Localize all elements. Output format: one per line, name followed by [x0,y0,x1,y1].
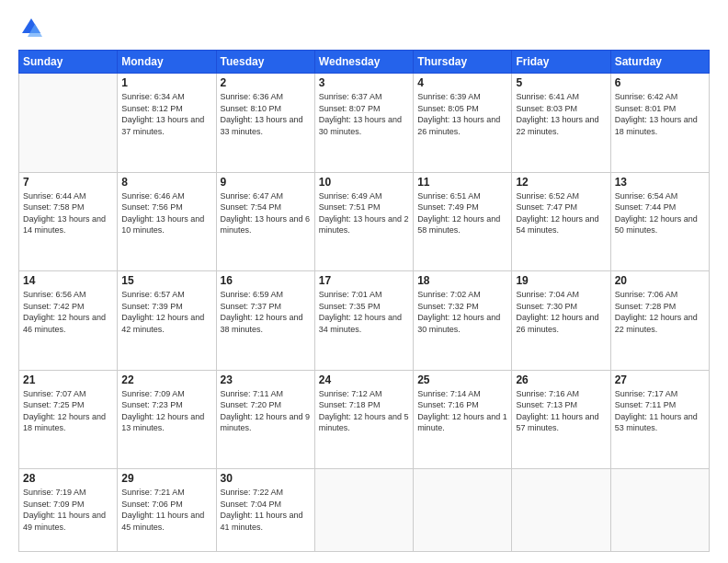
calendar-cell [19,74,118,173]
calendar-cell: 20Sunrise: 7:06 AMSunset: 7:28 PMDayligh… [610,271,709,371]
calendar-cell: 18Sunrise: 7:02 AMSunset: 7:32 PMDayligh… [414,271,512,371]
day-number: 6 [615,76,705,89]
calendar-cell: 4Sunrise: 6:39 AMSunset: 8:05 PMDaylight… [414,74,512,173]
day-info: Sunrise: 7:09 AMSunset: 7:23 PMDaylight:… [121,388,211,434]
calendar-cell [414,469,512,552]
day-info: Sunrise: 7:19 AMSunset: 7:09 PMDaylight:… [23,487,113,533]
calendar-cell: 13Sunrise: 6:54 AMSunset: 7:44 PMDayligh… [610,172,709,271]
calendar-cell: 3Sunrise: 6:37 AMSunset: 8:07 PMDaylight… [314,74,413,173]
calendar-cell: 16Sunrise: 6:59 AMSunset: 7:37 PMDayligh… [216,271,314,371]
logo-icon [18,15,44,40]
calendar-cell [314,469,413,552]
day-info: Sunrise: 6:34 AMSunset: 8:12 PMDaylight:… [121,91,211,137]
calendar-cell: 2Sunrise: 6:36 AMSunset: 8:10 PMDaylight… [216,74,314,173]
calendar-cell: 26Sunrise: 7:16 AMSunset: 7:13 PMDayligh… [512,370,610,469]
day-info: Sunrise: 6:42 AMSunset: 8:01 PMDaylight:… [615,91,705,137]
day-info: Sunrise: 6:47 AMSunset: 7:54 PMDaylight:… [221,190,311,236]
calendar-cell: 25Sunrise: 7:14 AMSunset: 7:16 PMDayligh… [414,370,512,469]
day-number: 1 [121,76,211,89]
calendar-cell: 10Sunrise: 6:49 AMSunset: 7:51 PMDayligh… [314,172,413,271]
day-number: 15 [121,274,211,287]
weekday-header-monday: Monday [118,51,216,74]
day-number: 20 [615,274,705,287]
day-number: 22 [121,373,211,386]
calendar-cell [610,469,709,552]
day-number: 19 [516,274,606,287]
calendar-cell: 1Sunrise: 6:34 AMSunset: 8:12 PMDaylight… [118,74,216,173]
calendar-week-row: 28Sunrise: 7:19 AMSunset: 7:09 PMDayligh… [19,469,710,552]
day-number: 5 [516,76,606,89]
calendar-cell: 30Sunrise: 7:22 AMSunset: 7:04 PMDayligh… [216,469,314,552]
day-info: Sunrise: 7:04 AMSunset: 7:30 PMDaylight:… [516,289,606,335]
day-info: Sunrise: 6:46 AMSunset: 7:56 PMDaylight:… [121,190,211,236]
day-info: Sunrise: 6:59 AMSunset: 7:37 PMDaylight:… [221,289,311,335]
day-number: 17 [319,274,409,287]
day-number: 30 [221,472,311,485]
day-info: Sunrise: 6:37 AMSunset: 8:07 PMDaylight:… [319,91,409,137]
day-number: 26 [516,373,606,386]
calendar-week-row: 1Sunrise: 6:34 AMSunset: 8:12 PMDaylight… [19,74,710,173]
day-number: 28 [23,472,113,485]
day-number: 8 [121,176,211,189]
day-number: 11 [417,176,507,189]
calendar-cell: 5Sunrise: 6:41 AMSunset: 8:03 PMDaylight… [512,74,610,173]
day-number: 7 [23,176,113,189]
weekday-header-saturday: Saturday [610,51,709,74]
day-number: 14 [23,274,113,287]
day-number: 18 [417,274,507,287]
calendar-cell [512,469,610,552]
day-info: Sunrise: 6:41 AMSunset: 8:03 PMDaylight:… [516,91,606,137]
weekday-header-tuesday: Tuesday [216,51,314,74]
day-info: Sunrise: 7:14 AMSunset: 7:16 PMDaylight:… [417,388,507,434]
day-info: Sunrise: 7:21 AMSunset: 7:06 PMDaylight:… [121,487,211,533]
calendar-table: SundayMondayTuesdayWednesdayThursdayFrid… [18,50,710,552]
weekday-header-wednesday: Wednesday [314,51,413,74]
day-info: Sunrise: 6:49 AMSunset: 7:51 PMDaylight:… [319,190,409,236]
day-number: 24 [319,373,409,386]
weekday-header-row: SundayMondayTuesdayWednesdayThursdayFrid… [19,51,710,74]
day-number: 16 [221,274,311,287]
day-number: 27 [615,373,705,386]
day-info: Sunrise: 6:36 AMSunset: 8:10 PMDaylight:… [221,91,311,137]
weekday-header-friday: Friday [512,51,610,74]
day-number: 21 [23,373,113,386]
page: SundayMondayTuesdayWednesdayThursdayFrid… [0,0,728,563]
calendar-week-row: 7Sunrise: 6:44 AMSunset: 7:58 PMDaylight… [19,172,710,271]
calendar-cell: 21Sunrise: 7:07 AMSunset: 7:25 PMDayligh… [19,370,118,469]
day-info: Sunrise: 7:11 AMSunset: 7:20 PMDaylight:… [221,388,311,434]
day-number: 4 [417,76,507,89]
day-number: 12 [516,176,606,189]
day-info: Sunrise: 7:22 AMSunset: 7:04 PMDaylight:… [221,487,311,533]
day-info: Sunrise: 7:07 AMSunset: 7:25 PMDaylight:… [23,388,113,434]
day-number: 3 [319,76,409,89]
day-info: Sunrise: 6:52 AMSunset: 7:47 PMDaylight:… [516,190,606,236]
day-info: Sunrise: 6:51 AMSunset: 7:49 PMDaylight:… [417,190,507,236]
day-info: Sunrise: 7:16 AMSunset: 7:13 PMDaylight:… [516,388,606,434]
calendar-cell: 9Sunrise: 6:47 AMSunset: 7:54 PMDaylight… [216,172,314,271]
day-number: 25 [417,373,507,386]
weekday-header-thursday: Thursday [414,51,512,74]
calendar-week-row: 14Sunrise: 6:56 AMSunset: 7:42 PMDayligh… [19,271,710,371]
calendar-cell: 22Sunrise: 7:09 AMSunset: 7:23 PMDayligh… [118,370,216,469]
calendar-cell: 23Sunrise: 7:11 AMSunset: 7:20 PMDayligh… [216,370,314,469]
logo [18,15,48,40]
calendar-cell: 15Sunrise: 6:57 AMSunset: 7:39 PMDayligh… [118,271,216,371]
calendar-cell: 27Sunrise: 7:17 AMSunset: 7:11 PMDayligh… [610,370,709,469]
day-info: Sunrise: 6:56 AMSunset: 7:42 PMDaylight:… [23,289,113,335]
calendar-cell: 14Sunrise: 6:56 AMSunset: 7:42 PMDayligh… [19,271,118,371]
day-number: 2 [221,76,311,89]
calendar-week-row: 21Sunrise: 7:07 AMSunset: 7:25 PMDayligh… [19,370,710,469]
header [18,15,710,40]
day-number: 23 [221,373,311,386]
day-info: Sunrise: 6:44 AMSunset: 7:58 PMDaylight:… [23,190,113,236]
calendar-cell: 12Sunrise: 6:52 AMSunset: 7:47 PMDayligh… [512,172,610,271]
day-info: Sunrise: 6:57 AMSunset: 7:39 PMDaylight:… [121,289,211,335]
day-info: Sunrise: 7:02 AMSunset: 7:32 PMDaylight:… [417,289,507,335]
day-info: Sunrise: 6:39 AMSunset: 8:05 PMDaylight:… [417,91,507,137]
weekday-header-sunday: Sunday [19,51,118,74]
day-info: Sunrise: 6:54 AMSunset: 7:44 PMDaylight:… [615,190,705,236]
calendar-cell: 8Sunrise: 6:46 AMSunset: 7:56 PMDaylight… [118,172,216,271]
calendar-cell: 17Sunrise: 7:01 AMSunset: 7:35 PMDayligh… [314,271,413,371]
day-number: 9 [221,176,311,189]
day-info: Sunrise: 7:12 AMSunset: 7:18 PMDaylight:… [319,388,409,434]
